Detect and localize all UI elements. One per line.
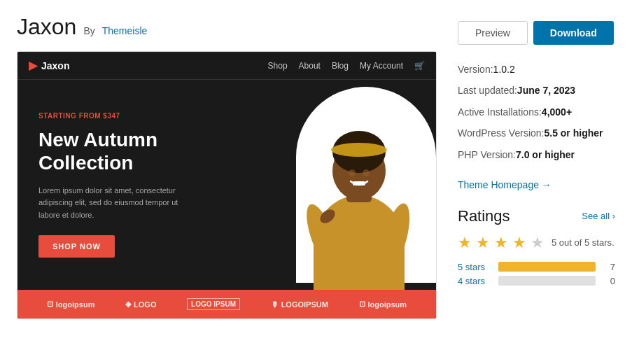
logo-item-3: LOGO IPSUM	[187, 298, 240, 310]
preview-inner: ▶ Jaxon Shop About Blog My Account 🛒 STA…	[17, 52, 436, 318]
logo-icon: ▶	[29, 59, 37, 72]
see-all-link[interactable]: See all ›	[582, 211, 615, 221]
person-svg	[289, 90, 429, 290]
hero-person	[289, 87, 429, 290]
download-button[interactable]: Download	[533, 21, 614, 45]
preview-nav-links: Shop About Blog My Account 🛒	[268, 61, 425, 71]
active-installs-row: Active Installations: 4,000+	[458, 102, 615, 122]
svg-point-7	[363, 169, 370, 176]
version-row: Version: 1.0.2	[458, 59, 615, 80]
bar-label-4stars[interactable]: 4 stars	[458, 276, 493, 286]
bar-track-5	[498, 262, 596, 272]
hero-title: New Autumn Collection	[38, 128, 247, 175]
last-updated-row: Last updated: June 7, 2023	[458, 80, 615, 101]
logo-item-4: 🎙 LOGOIPSUM	[271, 300, 328, 309]
stars-row: ★ ★ ★ ★ ★ 5 out of 5 stars.	[458, 234, 615, 252]
star-5-empty: ★	[531, 234, 545, 252]
wp-version-label: WordPress Version:	[458, 125, 544, 141]
by-label: By	[83, 25, 94, 36]
nav-about: About	[299, 61, 321, 71]
wp-version-value: 5.5 or higher	[544, 125, 603, 141]
theme-title-area: Jaxon By Themeisle	[17, 14, 437, 40]
preview-button[interactable]: Preview	[458, 21, 528, 45]
bar-fill-5	[498, 262, 596, 272]
php-version-value: 7.0 or higher	[516, 147, 575, 162]
hero-section: STARTING FROM $347 New Autumn Collection…	[17, 80, 436, 290]
shop-now-button[interactable]: SHOP NOW	[38, 235, 115, 258]
star-2: ★	[476, 234, 490, 252]
rating-bar-5: 5 stars 7	[458, 262, 615, 272]
svg-rect-8	[353, 181, 365, 186]
hero-desc: Lorem ipsum dolor sit amet, consectetur …	[38, 185, 192, 222]
author-link[interactable]: Themeisle	[102, 25, 148, 36]
active-installs-value: 4,000+	[542, 104, 572, 120]
logo-icon-5: ⊡	[359, 300, 365, 309]
logo-icon-4: 🎙	[271, 300, 279, 309]
logo-item-1: ⊡ logoipsum	[47, 300, 95, 309]
php-version-label: PHP Version:	[458, 147, 516, 162]
svg-point-5	[331, 143, 387, 157]
svg-point-6	[349, 169, 356, 176]
ratings-header: Ratings See all ›	[458, 207, 615, 225]
action-buttons: Preview Download	[458, 21, 615, 45]
star-1: ★	[458, 234, 472, 252]
bar-track-4	[498, 276, 596, 286]
theme-name: Jaxon	[17, 14, 76, 40]
star-3: ★	[494, 234, 508, 252]
nav-account: My Account	[360, 61, 403, 71]
right-panel: Preview Download Version: 1.0.2 Last upd…	[458, 14, 615, 319]
meta-table: Version: 1.0.2 Last updated: June 7, 202…	[458, 59, 615, 165]
last-updated-label: Last updated:	[458, 83, 517, 98]
rating-bars: 5 stars 7 4 stars 0	[458, 262, 615, 286]
wp-version-row: WordPress Version: 5.5 or higher	[458, 122, 615, 144]
bar-count-5: 7	[601, 262, 615, 272]
logos-bar: ⊡ logoipsum ◈ LOGO LOGO IPSUM 🎙 LOGOIPSU…	[17, 290, 436, 318]
nav-blog: Blog	[332, 61, 349, 71]
bar-label-5stars[interactable]: 5 stars	[458, 262, 493, 272]
rating-bar-4: 4 stars 0	[458, 276, 615, 286]
bar-count-4: 0	[601, 276, 615, 286]
star-4: ★	[512, 234, 526, 252]
stars-label: 5 out of 5 stars.	[552, 237, 615, 248]
version-value: 1.0.2	[493, 62, 515, 77]
preview-nav: ▶ Jaxon Shop About Blog My Account 🛒	[17, 52, 436, 80]
last-updated-value: June 7, 2023	[517, 83, 575, 98]
logo-item-2: ◈ LOGO	[125, 300, 156, 309]
active-installs-label: Active Installations:	[458, 104, 542, 120]
theme-preview: ▶ Jaxon Shop About Blog My Account 🛒 STA…	[17, 51, 437, 319]
logo-icon-2: ◈	[125, 300, 131, 309]
left-panel: Jaxon By Themeisle ▶ Jaxon Shop About Bl…	[17, 14, 437, 319]
php-version-row: PHP Version: 7.0 or higher	[458, 144, 615, 165]
version-label: Version:	[458, 62, 493, 77]
ratings-title: Ratings	[458, 207, 510, 225]
starting-from: STARTING FROM $347	[38, 112, 247, 120]
hero-content: STARTING FROM $347 New Autumn Collection…	[17, 80, 268, 290]
logo-item-5: ⊡ logoipsum	[359, 300, 407, 309]
logo-icon-1: ⊡	[47, 300, 53, 309]
preview-logo: ▶ Jaxon	[29, 59, 69, 72]
nav-shop: Shop	[268, 61, 288, 71]
hero-image-area	[268, 80, 436, 290]
theme-homepage-link[interactable]: Theme Homepage →	[458, 179, 552, 190]
cart-icon: 🛒	[414, 61, 425, 71]
